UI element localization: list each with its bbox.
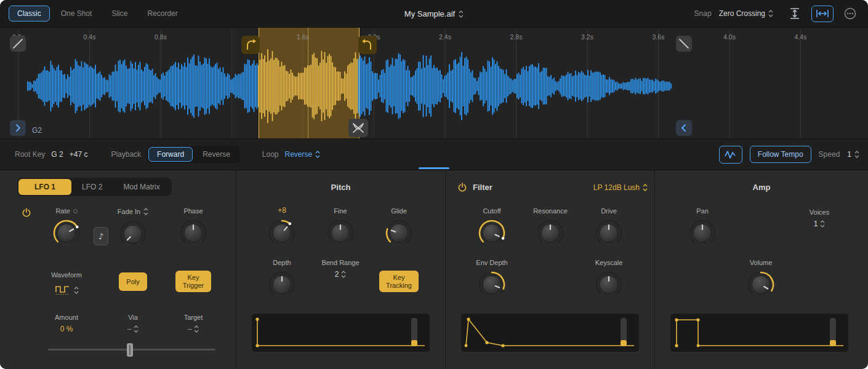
tab-slice[interactable]: Slice bbox=[103, 6, 136, 22]
loop-end-handle[interactable] bbox=[358, 36, 377, 54]
resonance-knob[interactable] bbox=[536, 218, 565, 248]
target-label: Target bbox=[184, 314, 203, 321]
filter-title: Filter bbox=[473, 183, 492, 192]
stepper-icon bbox=[768, 9, 773, 18]
transpose-value[interactable]: +8 bbox=[278, 206, 286, 215]
slider-thumb[interactable] bbox=[127, 343, 133, 357]
vertical-fit-icon bbox=[789, 7, 801, 20]
rate-label: Rate bbox=[55, 207, 70, 215]
snap-label: Snap bbox=[694, 9, 712, 18]
fade-in-menu[interactable]: Fade In bbox=[118, 207, 148, 216]
ellipsis-circle-icon bbox=[843, 7, 857, 20]
filter-envelope-graphic bbox=[461, 314, 639, 352]
more-options-button[interactable] bbox=[841, 6, 859, 22]
fade-out-icon bbox=[678, 38, 689, 49]
snap-value: Zero Crossing bbox=[719, 9, 765, 18]
root-key-marker: G2 bbox=[32, 126, 42, 135]
square-wave-icon bbox=[55, 285, 71, 295]
fine-knob[interactable] bbox=[326, 218, 355, 248]
panel-resize-handle[interactable] bbox=[419, 167, 449, 169]
keyscale-label: Keyscale bbox=[595, 259, 623, 266]
lfo-amount-value[interactable]: 0 % bbox=[60, 325, 73, 333]
drive-knob[interactable] bbox=[594, 218, 624, 248]
lfo-waveform-select[interactable] bbox=[55, 285, 79, 295]
volume-knob[interactable] bbox=[746, 270, 776, 300]
stepper-icon bbox=[341, 270, 346, 279]
fade-in-knob[interactable] bbox=[118, 220, 148, 249]
filter-type-value: LP 12dB Lush bbox=[593, 183, 640, 192]
filter-envelope-display[interactable] bbox=[461, 314, 639, 352]
lfo-waveform-label: Waveform bbox=[51, 271, 82, 279]
power-icon bbox=[22, 208, 31, 218]
env-zoom-slider-fill bbox=[411, 340, 417, 346]
lfo-amount-slider[interactable] bbox=[48, 343, 215, 357]
playback-reverse-button[interactable]: Reverse bbox=[194, 147, 239, 162]
stepper-icon bbox=[820, 220, 825, 228]
phase-knob[interactable] bbox=[179, 218, 208, 248]
root-key-label: Root Key bbox=[15, 150, 45, 159]
keyscale-knob[interactable] bbox=[594, 270, 624, 300]
lfo-panel: LFO 1 LFO 2 Mod Matrix Rate ♪ bbox=[0, 170, 236, 369]
amp-envelope-display[interactable] bbox=[670, 314, 848, 352]
sample-end-handle[interactable] bbox=[676, 120, 692, 136]
transport-right-group: Follow Tempo Speed 1 bbox=[719, 146, 859, 164]
poly-button[interactable]: Poly bbox=[119, 272, 147, 291]
crossfade-button[interactable] bbox=[348, 119, 368, 137]
transpose-knob[interactable] bbox=[267, 218, 297, 248]
lfo-target-select[interactable]: – bbox=[188, 325, 199, 333]
bend-range-value: 2 bbox=[335, 270, 339, 279]
fine-label: Fine bbox=[334, 207, 347, 215]
playback-direction-switch: Forward Reverse bbox=[147, 146, 240, 163]
voices-select[interactable]: 1 bbox=[814, 220, 826, 228]
playback-forward-button[interactable]: Forward bbox=[148, 147, 193, 162]
speed-select[interactable]: 1 bbox=[847, 150, 859, 159]
fit-width-button[interactable] bbox=[811, 6, 834, 22]
fade-in-label: Fade In bbox=[118, 208, 140, 215]
volume-label: Volume bbox=[750, 259, 773, 266]
loop-mode-select[interactable]: Reverse bbox=[285, 150, 321, 159]
resonance-label: Resonance bbox=[533, 207, 568, 215]
stepper-icon bbox=[459, 10, 464, 18]
key-tracking-button[interactable]: Key Tracking bbox=[379, 271, 419, 292]
root-tune-value[interactable]: +47 c bbox=[70, 150, 88, 159]
rate-knob[interactable] bbox=[52, 218, 81, 248]
filter-type-select[interactable]: LP 12dB Lush bbox=[593, 183, 648, 192]
tab-classic[interactable]: Classic bbox=[9, 6, 50, 22]
glide-knob[interactable] bbox=[384, 218, 414, 248]
fade-out-handle[interactable] bbox=[676, 36, 692, 52]
phase-label: Phase bbox=[183, 207, 203, 215]
stepper-icon bbox=[194, 325, 199, 333]
fade-in-handle[interactable] bbox=[10, 36, 26, 52]
env-zoom-slider-fill bbox=[621, 340, 627, 346]
transport-bar: Root Key G 2 +47 c Playback Forward Reve… bbox=[0, 138, 868, 170]
sample-name-menu[interactable]: My Sample.aif bbox=[404, 0, 464, 28]
top-toolbar: Classic One Shot Slice Recorder My Sampl… bbox=[0, 0, 868, 28]
key-trigger-button[interactable]: Key Trigger bbox=[175, 271, 211, 292]
root-key-value[interactable]: G 2 bbox=[51, 150, 63, 159]
cutoff-label: Cutoff bbox=[483, 207, 500, 215]
lfo-power-button[interactable] bbox=[21, 207, 32, 218]
toolbar-right-group: Snap Zero Crossing bbox=[694, 6, 859, 22]
sample-start-handle[interactable] bbox=[10, 120, 26, 136]
follow-tempo-button[interactable]: Follow Tempo bbox=[750, 146, 811, 163]
env-depth-knob[interactable] bbox=[477, 270, 507, 300]
tab-recorder[interactable]: Recorder bbox=[139, 6, 186, 22]
pitch-envelope-display[interactable] bbox=[252, 314, 430, 352]
vertical-zoom-button[interactable] bbox=[786, 6, 804, 22]
tab-lfo1[interactable]: LFO 1 bbox=[18, 179, 71, 195]
tab-mod-matrix[interactable]: Mod Matrix bbox=[113, 179, 170, 195]
pitch-depth-knob[interactable] bbox=[267, 270, 297, 300]
snap-select[interactable]: Zero Crossing bbox=[719, 9, 773, 18]
pan-knob[interactable] bbox=[688, 218, 717, 248]
amp-envelope-graphic bbox=[670, 314, 848, 352]
tab-one-shot[interactable]: One Shot bbox=[52, 6, 101, 22]
lfo-via-select[interactable]: – bbox=[127, 325, 139, 333]
loop-start-handle[interactable] bbox=[241, 36, 260, 54]
waveform-editor[interactable]: 0.0s0.4s0.8s1.6s2.0s2.4s2.8s3.2s3.6s4.0s… bbox=[0, 28, 868, 138]
tab-lfo2[interactable]: LFO 2 bbox=[71, 179, 113, 195]
bend-range-select[interactable]: 2 bbox=[335, 270, 347, 279]
stepper-icon bbox=[643, 183, 648, 192]
waveform-zoom-button[interactable] bbox=[719, 146, 742, 164]
cutoff-knob[interactable] bbox=[477, 218, 507, 248]
filter-power-button[interactable] bbox=[457, 182, 468, 193]
